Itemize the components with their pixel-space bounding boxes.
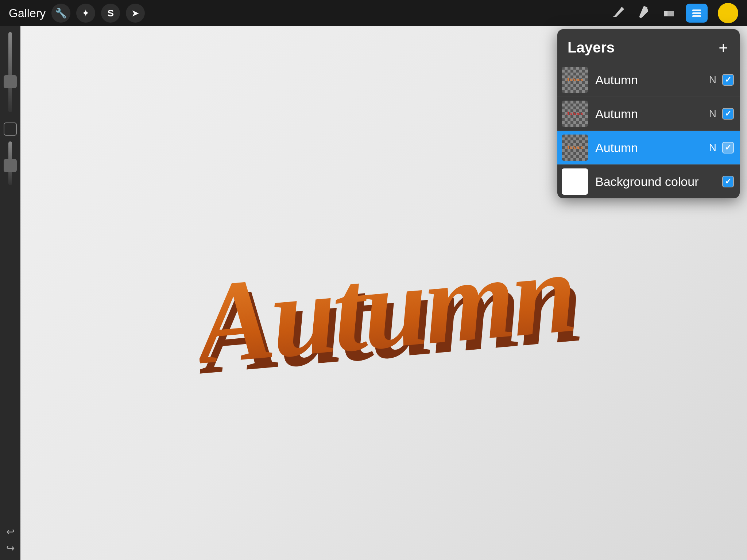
- brush-size-handle[interactable]: [4, 75, 17, 88]
- redo-icon: ↪: [6, 542, 15, 554]
- transform-icon: ➤: [131, 8, 139, 19]
- layer-checkbox-background[interactable]: [722, 176, 734, 187]
- toolbar-right: [611, 3, 738, 23]
- layer-checkbox-3[interactable]: [722, 142, 734, 153]
- layer-thumbnail-1: Autumn: [562, 67, 588, 93]
- opacity-slider[interactable]: [8, 141, 12, 185]
- undo-button[interactable]: ↩: [6, 526, 15, 538]
- autumn-artwork: Autumn Autumn: [191, 233, 578, 382]
- layer-thumb-text-3: Autumn: [566, 145, 583, 151]
- layer-item-2[interactable]: Autumn Autumn N: [557, 97, 740, 131]
- toolbar: Gallery 🔧 ✦ S ➤: [0, 0, 747, 26]
- shape-button[interactable]: [4, 122, 17, 136]
- layer-name-2: Autumn: [595, 107, 709, 121]
- layer-thumb-text-2: Autumn: [566, 111, 583, 117]
- layer-thumbnail-3: Autumn: [562, 135, 588, 161]
- brush-icon[interactable]: [611, 4, 626, 22]
- layer-item-3[interactable]: Autumn Autumn N: [557, 131, 740, 165]
- layer-name-3: Autumn: [595, 141, 709, 155]
- layer-blend-1: N: [709, 74, 716, 86]
- svg-rect-6: [692, 12, 701, 14]
- undo-icon: ↩: [6, 526, 15, 537]
- layer-item-1[interactable]: Autumn Autumn N: [557, 63, 740, 97]
- eraser-icon[interactable]: [661, 4, 676, 22]
- svg-rect-7: [692, 15, 701, 17]
- toolbar-left: Gallery 🔧 ✦ S ➤: [9, 4, 145, 23]
- layer-name-background: Background colour: [595, 175, 722, 189]
- select-button[interactable]: S: [101, 4, 120, 23]
- layers-button[interactable]: [686, 4, 708, 23]
- layer-checkbox-1[interactable]: [722, 74, 734, 86]
- color-swatch[interactable]: [718, 3, 738, 23]
- layers-header: Layers +: [557, 29, 740, 63]
- opacity-handle[interactable]: [4, 159, 17, 172]
- select-icon: S: [108, 8, 114, 19]
- transform-button[interactable]: ➤: [126, 4, 145, 23]
- gallery-button[interactable]: Gallery: [9, 7, 46, 20]
- wrench-icon: 🔧: [55, 8, 67, 19]
- layer-thumbnail-2: Autumn: [562, 101, 588, 127]
- redo-button[interactable]: ↪: [6, 542, 15, 554]
- wrench-button[interactable]: 🔧: [51, 4, 70, 23]
- panel-arrow: [684, 29, 696, 30]
- layer-name-1: Autumn: [595, 73, 709, 87]
- sidebar-bottom: ↩ ↪: [6, 526, 15, 554]
- svg-point-1: [645, 7, 647, 9]
- layers-panel: Layers + Autumn Autumn N Autumn Autumn N…: [557, 29, 740, 198]
- layer-checkbox-2[interactable]: [722, 108, 734, 120]
- svg-rect-3: [667, 11, 674, 16]
- brush-size-slider[interactable]: [8, 32, 12, 112]
- layer-thumb-text-1: Autumn: [566, 77, 583, 83]
- layer-blend-2: N: [709, 108, 716, 120]
- layer-item-background[interactable]: Background colour: [557, 165, 740, 198]
- pen-icon[interactable]: [636, 4, 651, 22]
- svg-rect-5: [692, 9, 701, 11]
- layer-thumbnail-background: [562, 168, 588, 195]
- layers-title: Layers: [568, 39, 615, 56]
- add-layer-button[interactable]: +: [717, 40, 729, 56]
- magic-icon: ✦: [82, 8, 90, 19]
- magic-button[interactable]: ✦: [76, 4, 95, 23]
- left-sidebar: ↩ ↪: [0, 26, 20, 560]
- layer-blend-3: N: [709, 142, 716, 153]
